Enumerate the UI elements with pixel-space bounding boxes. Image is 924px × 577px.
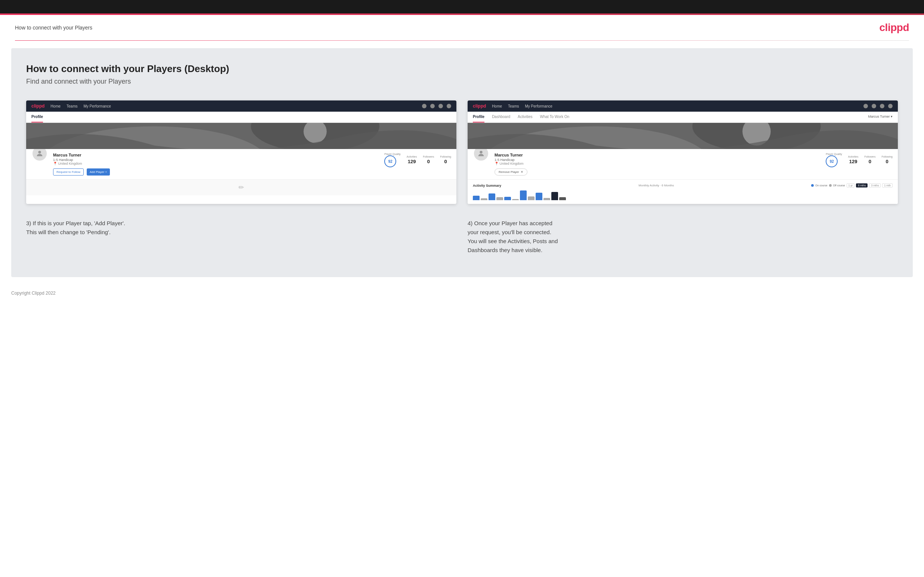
activity-period: Monthly Activity · 6 Months [638, 184, 674, 187]
activity-controls: On course Off course 1 yr 6 mths 3 mths … [811, 184, 893, 187]
caption-right: 4) Once your Player has acceptedyour req… [468, 215, 898, 258]
action-buttons-1: Request to Follow Add Player + [53, 168, 379, 176]
breadcrumb: How to connect with your Players [15, 25, 92, 31]
profile-banner-1 [26, 123, 456, 149]
nav-home-2[interactable]: Home [492, 104, 502, 108]
stat-label-activities-1: Activities [407, 155, 417, 158]
quality-label-1: Player Quality [384, 153, 401, 155]
stat-following-1: Following 0 [440, 155, 451, 165]
stats-row-2: Player Quality 92 Activities 129 Followe… [826, 153, 893, 167]
stat-label-following-2: Following [881, 155, 893, 158]
bar-3-on [504, 197, 511, 200]
bar-1-off [481, 198, 488, 200]
bar-6-off [559, 197, 566, 200]
period-1mth[interactable]: 1 mth [882, 184, 893, 187]
bar-5-off [543, 198, 550, 200]
bar-4-on [520, 190, 527, 200]
bar-4-off [528, 197, 535, 200]
caption-left: 3) If this is your Player tap, 'Add Play… [26, 215, 456, 258]
tab-dashboard-2[interactable]: Dashboard [492, 112, 510, 122]
settings-icon-1[interactable] [438, 104, 443, 108]
legend-off-course-dot [829, 184, 832, 187]
activity-header: Activity Summary Monthly Activity · 6 Mo… [473, 184, 893, 187]
player-name-2: Marcus Turner [494, 153, 821, 157]
stat-value-activities-2: 129 [849, 159, 858, 164]
legend-off-course-label: Off course [833, 184, 845, 187]
tab-player-selector[interactable]: Marcus Turner ▾ [868, 112, 893, 122]
nav-home-1[interactable]: Home [50, 104, 61, 108]
profile-info-2: Marcus Turner 1-5 Handicap 📍 United King… [468, 149, 898, 179]
settings-icon-2[interactable] [880, 104, 884, 108]
user-icon-2[interactable] [872, 104, 876, 108]
player-location-2: 📍 United Kingdom [494, 162, 821, 166]
player-handicap-2: 1-5 Handicap [494, 158, 821, 162]
svg-point-9 [480, 151, 482, 153]
tab-activities-2[interactable]: Activities [518, 112, 532, 122]
tab-profile-2[interactable]: Profile [473, 112, 485, 122]
stat-label-following-1: Following [440, 155, 451, 158]
app-logo-1: clippd [31, 103, 44, 109]
stat-value-followers-1: 0 [427, 159, 430, 164]
clippd-logo: clippd [880, 22, 909, 34]
quality-col-1: Player Quality 92 [384, 153, 401, 167]
svg-point-4 [38, 151, 41, 153]
remove-player-button[interactable]: Remove Player ✕ [494, 168, 527, 176]
activity-title: Activity Summary [473, 184, 501, 187]
stat-activities-1: Activities 129 [407, 155, 417, 165]
quality-label-2: Player Quality [826, 153, 842, 155]
stat-value-followers-2: 0 [869, 159, 871, 164]
request-follow-button[interactable]: Request to Follow [53, 168, 84, 176]
tab-what-to-work-on-2[interactable]: What To Work On [540, 112, 570, 122]
nav-performance-2[interactable]: My Performance [525, 104, 552, 108]
period-6mths[interactable]: 6 mths [856, 184, 867, 187]
page-header: How to connect with your Players clippd [0, 15, 924, 40]
stat-value-following-2: 0 [886, 159, 888, 164]
screenshots-row: clippd Home Teams My Performance Profile [26, 100, 898, 204]
add-player-button[interactable]: Add Player + [87, 168, 110, 176]
globe-icon-2[interactable] [888, 104, 893, 108]
bar-2-on [489, 193, 495, 200]
nav-teams-2[interactable]: Teams [508, 104, 519, 108]
tab-bar-1: Profile [26, 112, 456, 123]
app-nav-1: clippd Home Teams My Performance [26, 100, 456, 112]
bar-2-off [496, 197, 503, 200]
search-icon-1[interactable] [422, 104, 426, 108]
profile-info-1: Marcus Turner 1-5 Handicap 📍 United King… [26, 149, 456, 179]
bar-6-on [551, 192, 558, 200]
stats-row-1: Player Quality 92 Activities 129 Followe… [384, 153, 451, 167]
stat-label-followers-2: Followers [864, 155, 876, 158]
profile-details-2: Marcus Turner 1-5 Handicap 📍 United King… [494, 153, 821, 176]
quality-circle-2: 92 [826, 155, 838, 167]
user-icon-1[interactable] [430, 104, 435, 108]
top-bar [0, 0, 924, 13]
nav-performance-1[interactable]: My Performance [83, 104, 111, 108]
location-pin-icon-2: 📍 [494, 162, 499, 166]
player-handicap-1: 1-5 Handicap [53, 158, 379, 162]
stat-label-activities-2: Activities [848, 155, 859, 158]
page-footer: Copyright Clippd 2022 [0, 285, 924, 302]
nav-teams-1[interactable]: Teams [66, 104, 78, 108]
stat-value-following-1: 0 [444, 159, 447, 164]
close-icon: ✕ [521, 170, 523, 174]
main-content: How to connect with your Players (Deskto… [11, 48, 913, 277]
profile-banner-2 [468, 123, 898, 149]
screenshot-bottom-1: ✏ [26, 179, 456, 195]
screenshot-2: clippd Home Teams My Performance Profile… [468, 100, 898, 204]
copyright-text: Copyright Clippd 2022 [11, 290, 56, 296]
activity-chart [473, 190, 893, 200]
period-3mths[interactable]: 3 mths [869, 184, 880, 187]
stat-followers-2: Followers 0 [864, 155, 876, 165]
tab-profile-1[interactable]: Profile [31, 112, 43, 122]
stat-label-followers-1: Followers [423, 155, 434, 158]
search-icon-2[interactable] [863, 104, 868, 108]
bar-5-on [536, 193, 542, 200]
captions-row: 3) If this is your Player tap, 'Add Play… [26, 215, 898, 258]
stat-activities-2: Activities 129 [848, 155, 859, 165]
stat-value-activities-1: 129 [408, 159, 416, 164]
period-1yr[interactable]: 1 yr [846, 184, 855, 187]
stat-followers-1: Followers 0 [423, 155, 434, 165]
bar-1-on [473, 196, 480, 200]
globe-icon-1[interactable] [447, 104, 451, 108]
app-nav-2: clippd Home Teams My Performance [468, 100, 898, 112]
location-pin-icon-1: 📍 [53, 162, 57, 166]
